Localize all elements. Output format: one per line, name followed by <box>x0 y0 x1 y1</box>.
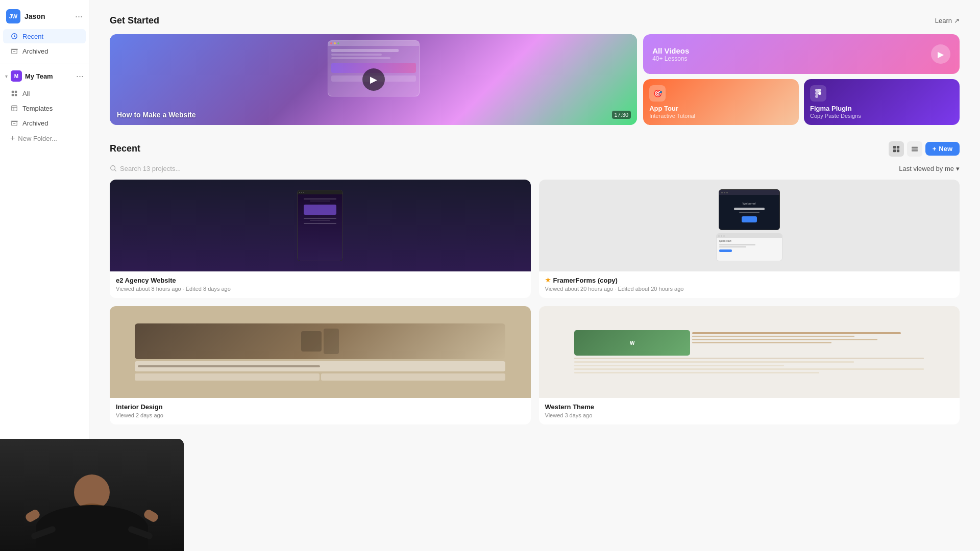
svg-rect-8 <box>893 145 896 148</box>
all-label: All <box>22 90 30 97</box>
project-card-framer[interactable]: Welcome! <box>539 180 960 298</box>
project-meta-framer: Viewed about 20 hours ago · Edited about… <box>545 286 954 292</box>
recent-label: Recent <box>22 33 43 40</box>
app-tour-subtitle: Interactive Tutorial <box>649 113 695 119</box>
team-header[interactable]: ▾ M My Team ··· <box>0 67 89 85</box>
figma-icon <box>810 85 826 102</box>
user-header[interactable]: JW Jason ··· <box>0 5 89 28</box>
archived-personal-label: Archived <box>22 47 48 55</box>
get-started-title: Get Started <box>110 15 159 26</box>
figma-title: Figma Plugin <box>810 105 852 113</box>
user-more-button[interactable]: ··· <box>75 11 83 22</box>
webcam-overlay <box>0 439 184 551</box>
search-placeholder: Search 13 projects... <box>120 165 181 172</box>
mockup-framer: Welcome! <box>716 189 782 261</box>
get-started-cards: ▶ How to Make a Website 17:30 All Videos… <box>110 34 960 125</box>
figma-subtitle: Copy Paste Designs <box>810 113 861 119</box>
project-meta-e2: Viewed about 8 hours ago · Edited 8 days… <box>116 286 525 292</box>
starred-icon: ★ <box>545 277 551 284</box>
svg-rect-6 <box>12 106 17 111</box>
project-name-interior: Interior Design <box>116 403 525 411</box>
project-info-interior: Interior Design Viewed 2 days ago <box>110 398 531 424</box>
new-project-button[interactable]: + New <box>925 142 960 156</box>
search-filter-row: Search 13 projects... Last viewed by me … <box>110 165 960 172</box>
svg-rect-5 <box>15 94 17 96</box>
project-thumb-western: W <box>539 306 960 398</box>
templates-label: Templates <box>22 105 53 112</box>
svg-rect-11 <box>897 149 899 152</box>
play-button[interactable]: ▶ <box>362 68 385 91</box>
new-plus-icon: + <box>933 145 937 153</box>
search-box[interactable]: Search 13 projects... <box>110 165 181 172</box>
app-tour-title: App Tour <box>649 105 678 113</box>
learn-link[interactable]: Learn ↗ <box>935 17 960 24</box>
project-name-western: Western Theme <box>545 403 954 411</box>
project-info-framer: ★ FramerForms (copy) Viewed about 20 hou… <box>539 271 960 298</box>
user-name: Jason <box>24 12 45 20</box>
project-meta-interior: Viewed 2 days ago <box>116 412 525 418</box>
plus-icon: + <box>10 134 15 143</box>
recent-icon <box>10 32 18 40</box>
archive-icon <box>10 47 18 55</box>
get-started-right-col: All Videos 40+ Lessons ▶ 🎯 App Tour Inte… <box>643 34 960 125</box>
svg-rect-12 <box>912 146 918 147</box>
svg-rect-13 <box>912 148 918 149</box>
project-meta-western: Viewed 3 days ago <box>545 412 954 418</box>
team-chevron-icon: ▾ <box>5 73 8 79</box>
project-thumb-interior <box>110 306 531 398</box>
webcam-person <box>0 439 184 551</box>
app-tour-icon: 🎯 <box>649 85 666 102</box>
team-section: All Templates Archived <box>0 86 89 146</box>
team-avatar: M <box>11 70 22 82</box>
filter-chevron-icon: ▾ <box>956 165 960 172</box>
svg-rect-9 <box>897 145 899 148</box>
filter-dropdown[interactable]: Last viewed by me ▾ <box>899 165 960 172</box>
recent-section: Recent <box>110 141 960 424</box>
team-name: My Team <box>25 72 53 80</box>
video-card[interactable]: ▶ How to Make a Website 17:30 <box>110 34 637 125</box>
all-icon <box>10 89 18 97</box>
project-card-western[interactable]: W <box>539 306 960 424</box>
search-icon <box>110 165 117 172</box>
team-more-button[interactable]: ··· <box>76 71 84 82</box>
new-folder-button[interactable]: + New Folder... <box>3 131 86 146</box>
project-name-e2: e2 Agency Website <box>116 277 525 284</box>
video-label: How to Make a Website <box>117 111 196 119</box>
external-link-icon: ↗ <box>954 17 960 24</box>
archived-team-label: Archived <box>22 119 48 127</box>
svg-rect-4 <box>12 94 14 96</box>
user-avatar: JW <box>6 9 20 23</box>
figma-plugin-card[interactable]: Figma Plugin Copy Paste Designs <box>804 79 960 125</box>
svg-rect-2 <box>12 91 14 93</box>
sidebar-item-all[interactable]: All <box>3 86 86 101</box>
personal-section: Recent Archived <box>0 29 89 59</box>
sidebar-divider <box>0 63 89 63</box>
projects-grid: e2 Agency Website Viewed about 8 hours a… <box>110 180 960 424</box>
svg-rect-10 <box>893 149 896 152</box>
recent-title: Recent <box>110 143 140 154</box>
sidebar-item-archived-personal[interactable]: Archived <box>3 44 86 58</box>
sidebar-item-archived-team[interactable]: Archived <box>3 116 86 130</box>
get-started-section: Get Started Learn ↗ <box>110 15 960 125</box>
video-duration: 17:30 <box>612 111 631 119</box>
project-card-interior[interactable]: Interior Design Viewed 2 days ago <box>110 306 531 424</box>
all-videos-play-icon: ▶ <box>931 44 950 64</box>
list-view-button[interactable] <box>907 141 922 157</box>
recent-controls: + New <box>889 141 960 157</box>
grid-view-button[interactable] <box>889 141 904 157</box>
app-tour-card[interactable]: 🎯 App Tour Interactive Tutorial <box>643 79 799 125</box>
project-name-framer: ★ FramerForms (copy) <box>545 277 954 284</box>
main-content: Get Started Learn ↗ <box>89 0 980 551</box>
project-info-western: Western Theme Viewed 3 days ago <box>539 398 960 424</box>
all-videos-card[interactable]: All Videos 40+ Lessons ▶ <box>643 34 960 74</box>
svg-rect-14 <box>912 150 918 151</box>
sidebar-item-recent[interactable]: Recent <box>3 29 86 43</box>
all-videos-subtitle: 40+ Lessons <box>652 55 689 62</box>
sidebar-item-templates[interactable]: Templates <box>3 101 86 115</box>
archive-team-icon <box>10 119 18 127</box>
project-thumb-framer: Welcome! <box>539 180 960 271</box>
project-thumb-e2 <box>110 180 531 271</box>
new-folder-label: New Folder... <box>18 135 57 142</box>
svg-rect-3 <box>15 91 17 93</box>
project-card-e2[interactable]: e2 Agency Website Viewed about 8 hours a… <box>110 180 531 298</box>
